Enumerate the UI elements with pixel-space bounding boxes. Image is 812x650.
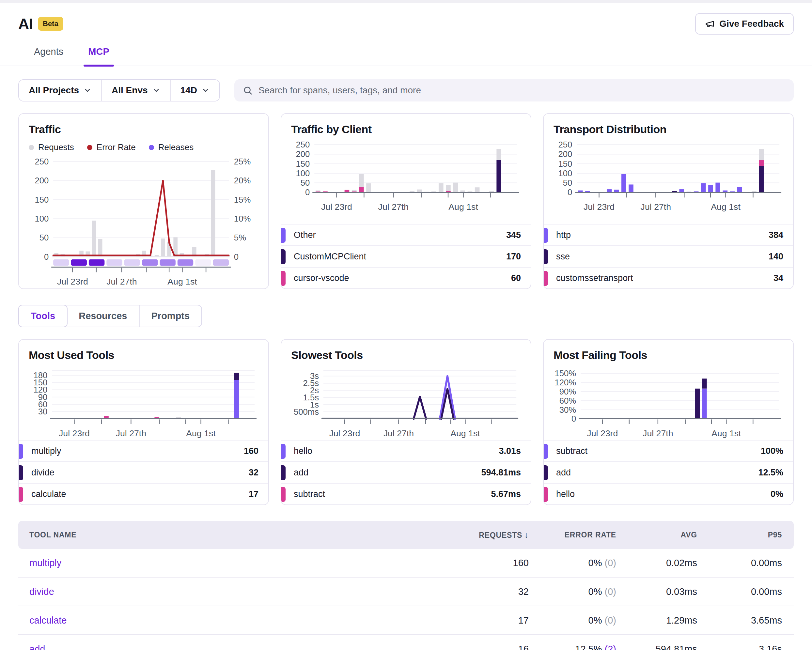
legend-row-subtract[interactable]: subtract5.67ms — [281, 483, 531, 505]
series-label: sse — [556, 252, 570, 262]
table-row-multiply[interactable]: multiply1600% (0)0.02ms0.00ms — [18, 549, 794, 578]
megaphone-icon — [705, 19, 715, 29]
series-value: 100% — [761, 446, 783, 456]
legend-dot-icon — [149, 145, 154, 150]
svg-text:Jul 23rd: Jul 23rd — [59, 429, 90, 438]
legend-row-http[interactable]: http384 — [544, 224, 793, 246]
app-logo: AI — [18, 15, 33, 33]
envs-filter-button[interactable]: All Envs — [102, 80, 170, 101]
series-color-pill — [544, 444, 548, 459]
tab-mcp[interactable]: MCP — [84, 46, 114, 66]
legend-chip-requests[interactable]: Requests — [29, 142, 74, 153]
traffic-chart: 05010015020025005%10%15%20%25%Jul 23rdJu… — [29, 158, 258, 288]
series-label: add — [294, 468, 308, 478]
toggle-tools[interactable]: Tools — [18, 305, 67, 327]
svg-text:Jul 23rd: Jul 23rd — [583, 202, 615, 212]
date-range-filter-button[interactable]: 14D — [171, 80, 219, 101]
charts-row-tools: Most Used Tools 306090120150180Jul 23rdJ… — [18, 339, 794, 505]
series-value: 384 — [769, 230, 783, 240]
legend-row-Other[interactable]: Other345 — [281, 224, 531, 246]
legend-row-divide[interactable]: divide32 — [19, 461, 268, 483]
transport-distribution-chart: 050100150200250Jul 23rdJul 27thAug 1st — [554, 141, 783, 214]
table-row-add[interactable]: add1612.5% (2)594.81ms3.16s — [18, 635, 794, 650]
svg-text:50: 50 — [40, 233, 49, 242]
legend-row-hello[interactable]: hello0% — [544, 483, 793, 505]
card-traffic-by-client: Traffic by Client 050100150200250Jul 23r… — [281, 113, 531, 289]
svg-text:Aug 1st: Aug 1st — [711, 429, 741, 438]
most-used-tools-legend: multiply160divide32calculate17 — [19, 440, 268, 505]
main-content: All Projects All Envs 14D Traffic Reques… — [0, 79, 812, 650]
main-tabs: Agents MCP — [18, 46, 794, 66]
column-header-tool-name[interactable]: TOOL NAME — [18, 531, 431, 539]
series-color-pill — [281, 271, 285, 286]
legend-row-sse[interactable]: sse140 — [544, 246, 793, 267]
series-color-pill — [544, 487, 548, 502]
legend-row-multiply[interactable]: multiply160 — [19, 440, 268, 461]
series-color-pill — [281, 228, 285, 243]
svg-text:180: 180 — [33, 371, 47, 380]
tool-link-divide[interactable]: divide — [18, 586, 431, 597]
column-header-p95[interactable]: P95 — [697, 531, 794, 539]
search-input[interactable] — [258, 85, 785, 96]
avg-cell: 0.03ms — [616, 586, 697, 597]
tool-link-calculate[interactable]: calculate — [18, 615, 431, 626]
svg-text:Jul 23rd: Jul 23rd — [321, 202, 352, 212]
table-row-divide[interactable]: divide320% (0)0.03ms0.00ms — [18, 578, 794, 606]
legend-chip-label: Requests — [38, 142, 74, 153]
table-row-calculate[interactable]: calculate170% (0)1.29ms3.65ms — [18, 606, 794, 635]
legend-row-cursor-vscode[interactable]: cursor-vscode60 — [281, 267, 531, 288]
svg-text:Jul 27th: Jul 27th — [383, 429, 414, 438]
avg-cell: 0.02ms — [616, 558, 697, 568]
toggle-resources[interactable]: Resources — [67, 305, 139, 327]
p95-cell: 3.16s — [697, 644, 794, 650]
legend-row-add[interactable]: add12.5% — [544, 461, 793, 483]
svg-text:100: 100 — [296, 169, 310, 178]
app-header: AI Beta Give Feedback Agents MCP — [0, 13, 812, 66]
legend-chip-error-rate[interactable]: Error Rate — [87, 142, 136, 153]
tool-link-add[interactable]: add — [18, 644, 431, 650]
tool-link-multiply[interactable]: multiply — [18, 558, 431, 568]
series-label: subtract — [294, 489, 325, 499]
series-label: calculate — [31, 489, 66, 499]
column-header-avg[interactable]: AVG — [616, 531, 697, 539]
column-header-error-rate[interactable]: ERROR RATE — [529, 531, 616, 539]
svg-text:Aug 1st: Aug 1st — [450, 429, 480, 438]
series-value: 170 — [506, 252, 521, 262]
logo-row: AI Beta Give Feedback — [18, 13, 794, 35]
error-rate-cell: 0% (0) — [529, 586, 616, 597]
p95-cell: 0.00ms — [697, 558, 794, 568]
series-value: 0% — [771, 489, 783, 499]
svg-text:0: 0 — [234, 252, 238, 261]
p95-cell: 0.00ms — [697, 586, 794, 597]
projects-filter-button[interactable]: All Projects — [19, 80, 102, 101]
error-rate-cell: 0% (0) — [529, 615, 616, 626]
toggle-prompts[interactable]: Prompts — [140, 305, 202, 327]
give-feedback-button[interactable]: Give Feedback — [695, 13, 794, 35]
legend-row-subtract[interactable]: subtract100% — [544, 440, 793, 461]
legend-row-hello[interactable]: hello3.01s — [281, 440, 531, 461]
charts-row-traffic: Traffic RequestsError RateReleases 05010… — [18, 113, 794, 289]
legend-row-customssetransport[interactable]: customssetransport34 — [544, 267, 793, 288]
give-feedback-label: Give Feedback — [719, 18, 784, 29]
series-color-pill — [281, 487, 285, 502]
tab-agents[interactable]: Agents — [29, 46, 68, 66]
column-header-requests[interactable]: REQUESTS↓ — [431, 530, 529, 540]
legend-chip-releases[interactable]: Releases — [149, 142, 194, 153]
svg-text:150: 150 — [35, 195, 49, 204]
series-value: 3.01s — [499, 446, 521, 456]
search-icon — [243, 85, 253, 95]
series-color-pill — [544, 271, 548, 286]
most-failing-tools-chart: 030%60%90%120%150%Jul 23rdJul 27thAug 1s… — [554, 367, 783, 440]
entity-type-toggle: Tools Resources Prompts — [18, 305, 202, 327]
svg-text:Jul 27th: Jul 27th — [116, 429, 146, 438]
legend-row-add[interactable]: add594.81ms — [281, 461, 531, 483]
most-failing-tools-legend: subtract100%add12.5%hello0% — [544, 440, 793, 505]
filter-button-group: All Projects All Envs 14D — [18, 79, 220, 101]
chevron-down-icon — [84, 87, 92, 94]
series-value: 12.5% — [758, 468, 783, 478]
legend-row-CustomMCPClient[interactable]: CustomMCPClient170 — [281, 246, 531, 267]
legend-chip-label: Releases — [158, 142, 194, 153]
legend-row-calculate[interactable]: calculate17 — [19, 483, 268, 505]
legend-dot-icon — [29, 145, 34, 150]
slowest-tools-chart: 500ms1s1.5s2s2.5s3sJul 23rdJul 27thAug 1… — [291, 367, 521, 440]
